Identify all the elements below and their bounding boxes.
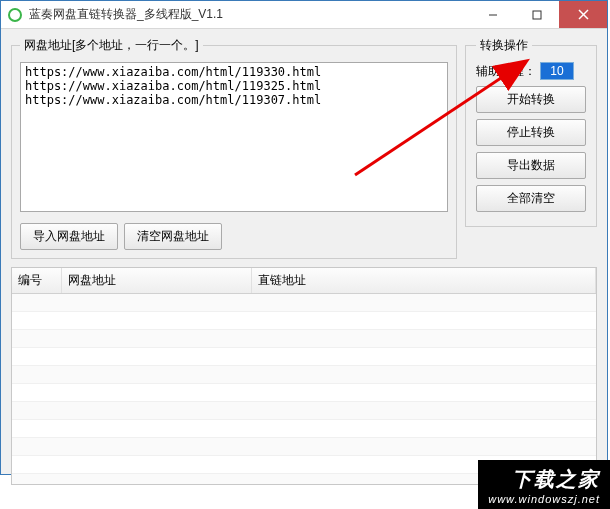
address-legend: 网盘地址[多个地址，一行一个。]: [20, 37, 203, 54]
col-direct-url[interactable]: 直链地址: [252, 268, 596, 293]
table-header: 编号 网盘地址 直链地址: [12, 268, 596, 294]
table-row: [12, 438, 596, 456]
col-id[interactable]: 编号: [12, 268, 62, 293]
table-row: [12, 420, 596, 438]
thread-label: 辅助线程：: [476, 63, 536, 80]
table-row: [12, 312, 596, 330]
stop-convert-button[interactable]: 停止转换: [476, 119, 586, 146]
right-panel: 转换操作 辅助线程： 开始转换 停止转换 导出数据 全部清空: [465, 37, 597, 259]
watermark: 下载之家 www.windowszj.net: [478, 460, 610, 509]
address-textarea[interactable]: [20, 62, 448, 212]
result-table: 编号 网盘地址 直链地址: [11, 267, 597, 485]
window-controls: [471, 1, 607, 28]
table-row: [12, 348, 596, 366]
table-row: [12, 384, 596, 402]
app-window: 蓝奏网盘直链转换器_多线程版_V1.1 网盘地址[多个地址，一行一个。] 导入网…: [0, 0, 608, 475]
import-address-button[interactable]: 导入网盘地址: [20, 223, 118, 250]
table-body: [12, 294, 596, 485]
svg-point-0: [9, 9, 21, 21]
maximize-button[interactable]: [515, 1, 559, 28]
main-content: 网盘地址[多个地址，一行一个。] 导入网盘地址 清空网盘地址 转换操作 辅助线程…: [1, 29, 607, 267]
start-convert-button[interactable]: 开始转换: [476, 86, 586, 113]
table-row: [12, 402, 596, 420]
table-row: [12, 366, 596, 384]
close-button[interactable]: [559, 1, 607, 28]
table-row: [12, 330, 596, 348]
operation-legend: 转换操作: [476, 37, 532, 54]
titlebar: 蓝奏网盘直链转换器_多线程版_V1.1: [1, 1, 607, 29]
thread-input[interactable]: [540, 62, 574, 80]
svg-rect-2: [533, 11, 541, 19]
address-fieldset: 网盘地址[多个地址，一行一个。] 导入网盘地址 清空网盘地址: [11, 37, 457, 259]
thread-row: 辅助线程：: [476, 62, 586, 80]
clear-all-button[interactable]: 全部清空: [476, 185, 586, 212]
clear-address-button[interactable]: 清空网盘地址: [124, 223, 222, 250]
watermark-url: www.windowszj.net: [488, 493, 600, 505]
window-title: 蓝奏网盘直链转换器_多线程版_V1.1: [29, 6, 471, 23]
table-row: [12, 294, 596, 312]
export-data-button[interactable]: 导出数据: [476, 152, 586, 179]
col-source-url[interactable]: 网盘地址: [62, 268, 252, 293]
watermark-name: 下载之家: [488, 466, 600, 493]
minimize-button[interactable]: [471, 1, 515, 28]
operation-fieldset: 转换操作 辅助线程： 开始转换 停止转换 导出数据 全部清空: [465, 37, 597, 227]
address-button-row: 导入网盘地址 清空网盘地址: [20, 223, 448, 250]
left-panel: 网盘地址[多个地址，一行一个。] 导入网盘地址 清空网盘地址: [11, 37, 457, 259]
app-icon: [7, 7, 23, 23]
